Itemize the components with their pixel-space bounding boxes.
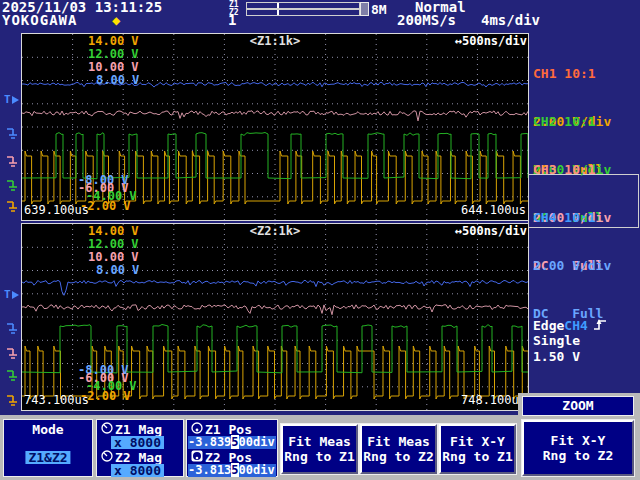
z2-trigger-level-marker[interactable]: T	[4, 288, 19, 301]
zoom-group-title: ZOOM	[523, 399, 633, 412]
fit-xy-rng-to-z1-button[interactable]: Fit X-YRng to Z1	[439, 424, 516, 474]
trigger-readout: Edge CH4	[533, 318, 608, 333]
record-end-marker	[360, 2, 369, 16]
z1-mag-value[interactable]: x 8000	[111, 436, 164, 449]
z2-ch2-ground-icon[interactable]	[6, 366, 19, 385]
jog-knob-active-icon	[191, 450, 203, 464]
z2-mag-value[interactable]: x 8000	[111, 464, 164, 477]
timebase: 4ms/div	[481, 13, 540, 27]
z2-position-bar[interactable]	[246, 9, 360, 16]
brand-logo: YOKOGAWA	[2, 13, 77, 27]
ch4-scale: 2.00 V/div	[533, 258, 635, 274]
z1-upper-level-ch2: 12.00 V	[88, 48, 139, 60]
knob-icon	[101, 422, 113, 436]
mode-title: Mode	[4, 423, 92, 436]
record-length: 8M	[371, 3, 387, 16]
z2-ch4-ground-icon[interactable]	[6, 319, 19, 338]
zoom2-waveform-window: 14.00 V 12.00 V 10.00 V 8.00 V <Z2:1k> ↔…	[21, 223, 529, 411]
ch1-header: CH1 10:1	[533, 66, 635, 82]
z1-ch1-ground-icon[interactable]	[6, 197, 19, 216]
z1-ch3-ground-icon[interactable]	[6, 152, 19, 171]
zoom-group-box: ZOOM	[522, 396, 634, 416]
z2-upper-level-ch1: 14.00 V	[88, 225, 139, 237]
trigger-type: Edge	[533, 319, 564, 332]
fit-meas-rng-to-z2-button[interactable]: Fit MeasRng to Z2	[360, 424, 437, 474]
z2-window-title: <Z2:1k>	[250, 225, 301, 237]
fit-meas-rng-to-z1-button[interactable]: Fit MeasRng to Z1	[281, 424, 358, 474]
z2-ch3-ground-icon[interactable]	[6, 344, 19, 363]
z1-pos-label: Z1 Pos	[205, 423, 252, 436]
trigger-arrow-icon	[12, 96, 19, 104]
z2-time-right: 748.100us	[461, 394, 526, 406]
z1-trigger-level-marker[interactable]: T	[4, 93, 19, 106]
digit-cursor: 5	[231, 463, 238, 477]
z2-upper-level-ch2: 12.00 V	[88, 238, 139, 250]
z1-upper-level-ch1: 14.00 V	[88, 35, 139, 47]
z1-time-right: 644.100us	[461, 204, 526, 216]
sample-rate: 200MS/s	[397, 13, 456, 27]
z2-pos-value[interactable]: -3.813500div	[188, 464, 276, 477]
z2-pos-label: Z2 Pos	[205, 451, 252, 464]
z2-position-tick	[277, 10, 279, 15]
z1-position-tick	[277, 3, 279, 8]
fit-xy-rng-to-z2-button[interactable]: Fit X-YRng to Z2	[522, 420, 634, 476]
z1-time-left: 639.100us	[24, 204, 89, 216]
z2-upper-level-ch3: 10.00 V	[88, 251, 139, 263]
trigger-t-label: T	[4, 288, 11, 301]
z1-mag-label: Z1 Mag	[115, 423, 162, 436]
digit-cursor: 5	[231, 435, 238, 449]
pos-box: Z1 Pos -3.839500div Z2 Pos -3.813500div	[186, 419, 278, 477]
trigger-acq-mode: Single	[533, 334, 580, 347]
z1-position-bar[interactable]	[246, 2, 360, 9]
z2-timebase: ↔500ns/div	[455, 225, 527, 237]
zoom1-waveform-window: 14.00 V 12.00 V 10.00 V 8.00 V <Z1:1k> ↔…	[21, 33, 529, 221]
ch4-settings[interactable]: CH4 10:1 2.00 V/div DC Full	[533, 178, 635, 338]
z1-ch4-ground-icon[interactable]	[6, 124, 19, 143]
z1-upper-level-ch3: 10.00 V	[88, 61, 139, 73]
z1-upper-level-ch4: 8.00 V	[96, 74, 139, 86]
z2-mag-label: Z2 Mag	[115, 451, 162, 464]
trigger-t-label: T	[4, 93, 11, 106]
trigger-arrow-icon	[12, 291, 19, 299]
z1-pos-value[interactable]: -3.839500div	[188, 436, 276, 449]
rising-edge-icon	[593, 318, 608, 333]
brand-diamond-icon: ◆	[112, 13, 120, 27]
mode-value[interactable]: Z1&Z2	[25, 451, 70, 464]
z1-ch2-ground-icon[interactable]	[6, 176, 19, 195]
trigger-source: CH4	[564, 319, 587, 332]
z1-window-title: <Z1:1k>	[250, 35, 301, 47]
oscilloscope-screen: { "topbar": { "datetime": "2025/11/03 13…	[0, 0, 640, 480]
z2-upper-level-ch4: 8.00 V	[96, 264, 139, 276]
acquisition-number: 1	[228, 13, 236, 27]
ch4-header: CH4 10:1	[533, 210, 635, 226]
mag-box: Z1 Mag x 8000 Z2 Mag x 8000	[96, 419, 184, 477]
ch2-header: CH2 10:1	[533, 114, 635, 130]
mode-box: Mode Z1&Z2	[3, 419, 93, 477]
z2-ch1-ground-icon[interactable]	[6, 391, 19, 410]
z1-timebase: ↔500ns/div	[455, 35, 527, 47]
knob-icon	[101, 450, 113, 464]
jog-knob-icon	[191, 422, 203, 436]
ch3-header: CH3 10:1	[533, 162, 635, 178]
trigger-level: 1.50 V	[533, 350, 580, 363]
z2-time-left: 743.100us	[24, 394, 89, 406]
